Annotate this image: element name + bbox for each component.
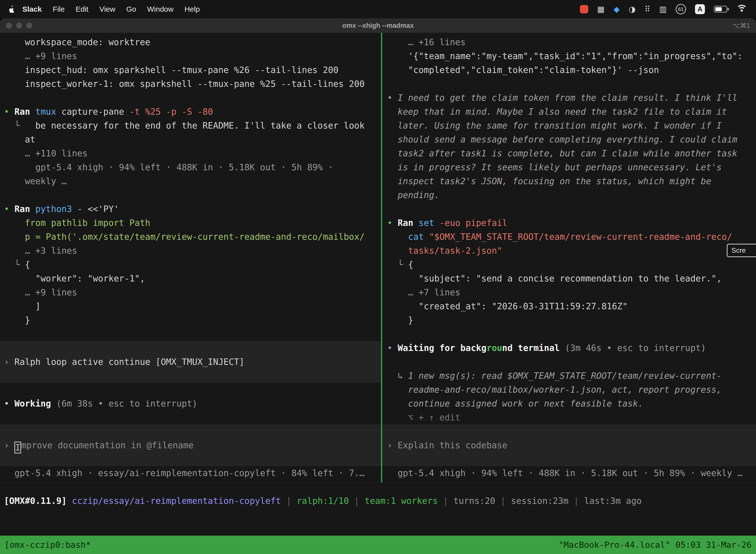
- terminal-line: [0, 91, 381, 105]
- tmux-inject-notice: › Ralph loop active continue [OMX_TMUX_I…: [0, 355, 381, 369]
- text-segment: •: [387, 93, 397, 103]
- text-segment: … +9 lines: [4, 287, 77, 297]
- wifi-icon[interactable]: [736, 5, 748, 14]
- screen-recording-icon[interactable]: [580, 5, 588, 13]
- text-segment: inspect task2's JSON, focusing on the st…: [387, 176, 711, 186]
- text-segment: … +7 lines: [387, 287, 460, 297]
- text-segment: └: [4, 260, 25, 270]
- text-segment: •: [4, 107, 14, 117]
- terminal-pane-right[interactable]: … +16 lines '{"team_name":"my-team","tas…: [382, 33, 756, 483]
- input-source-a-icon[interactable]: A: [695, 4, 705, 14]
- menu-file[interactable]: File: [47, 5, 70, 13]
- blue-app-icon[interactable]: ◆: [614, 5, 620, 13]
- terminal-line: [382, 327, 756, 341]
- text-segment: -euo pipefail: [440, 218, 507, 228]
- text-segment: cat: [408, 232, 429, 242]
- text-segment: at: [4, 134, 35, 145]
- text-segment: gpt-5.4 xhigh · 94% left · 488K in · 5.1…: [4, 162, 333, 172]
- text-segment: ›: [4, 440, 14, 450]
- terminal-line: ↳ 1 new msg(s): read $OMX_TEAM_STATE_ROO…: [382, 369, 756, 383]
- dots-grid-icon[interactable]: ⠿: [644, 5, 650, 13]
- text-segment: Working: [14, 399, 56, 408]
- text-segment: (6m 38s • esc to interrupt): [56, 399, 197, 408]
- close-button[interactable]: [6, 22, 12, 29]
- menu-go[interactable]: Go: [121, 5, 142, 13]
- terminal-line: └ {: [382, 258, 756, 272]
- text-segment: continue assigned work or next feasible …: [387, 399, 643, 408]
- omx-status-line: [OMX#0.11.9] cczip/essay/ai-reimplementa…: [4, 494, 756, 508]
- terminal-line: later. Using the same for transition mig…: [382, 119, 756, 132]
- terminal-line: … +9 lines: [0, 285, 381, 299]
- minimize-button[interactable]: [16, 22, 22, 29]
- text-segment: }: [4, 315, 30, 325]
- terminal-line: [0, 452, 381, 466]
- composer-input[interactable]: › Explain this codebase: [382, 438, 756, 452]
- text-segment: is in progress? It seems likely but perh…: [387, 162, 722, 172]
- panel-icon[interactable]: ▥: [659, 5, 667, 13]
- battery-icon[interactable]: [714, 6, 727, 13]
- text-segment: gpt-5.4 xhigh · essay/ai-reimplementatio…: [4, 468, 365, 478]
- menu-help[interactable]: Help: [179, 5, 205, 13]
- text-segment: {: [25, 260, 30, 270]
- text-segment: ]: [4, 301, 41, 311]
- window-grid-icon[interactable]: ▦: [597, 5, 605, 13]
- menu-edit[interactable]: Edit: [70, 5, 94, 13]
- text-segment: gpt-5.4 xhigh · 94% left · 488K in · 5.1…: [387, 468, 743, 478]
- terminal-line: keep that in mind. Maybe I also need the…: [382, 105, 756, 119]
- text-segment: ⌥ + ↑ edit: [387, 412, 460, 423]
- text-segment: task2 after task1 is complete, but can I…: [387, 149, 737, 158]
- terminal-line: … +3 lines: [0, 244, 381, 258]
- terminal-line: [0, 369, 381, 383]
- tmux-session-label: [omx-cczip0:bash*: [4, 540, 91, 550]
- text-segment: Ran: [14, 204, 35, 214]
- terminal-line: [382, 425, 756, 438]
- apple-logo-icon: [8, 5, 15, 13]
- text-segment: python3: [35, 204, 77, 214]
- text-segment: "$OMX_TEAM_STATE_ROOT/team/review-curren…: [429, 232, 732, 242]
- terminal-line: tasks/task-2.json": [382, 244, 756, 258]
- screenshot-preview-label: Scre: [732, 246, 746, 255]
- text-segment: pending.: [387, 190, 440, 200]
- ran-python-command: • Ran python3 - <<'PY': [0, 202, 381, 216]
- terminal-line: [382, 452, 756, 466]
- terminal-line: [0, 410, 381, 425]
- screenshot-preview-popup[interactable]: Scre: [727, 244, 756, 257]
- apple-menu[interactable]: [8, 5, 15, 13]
- text-segment: |: [568, 496, 584, 506]
- window-title-bar: omx --xhigh --madmax ⌥⌘1: [0, 18, 756, 33]
- window-shortcut-hint: ⌥⌘1: [733, 22, 750, 30]
- menu-app-name[interactable]: Slack: [22, 5, 47, 13]
- terminal-pane-left[interactable]: workspace_mode: worktree … +9 lines insp…: [0, 33, 381, 483]
- text-segment: [387, 232, 408, 242]
- menu-view[interactable]: View: [94, 5, 121, 13]
- terminal-line: [0, 188, 381, 202]
- text-segment: … +3 lines: [4, 246, 77, 256]
- text-segment: }: [387, 315, 413, 325]
- text-segment: keep that in mind. Maybe I also need the…: [387, 107, 727, 117]
- text-segment: nd terminal: [502, 343, 565, 353]
- menu-window[interactable]: Window: [142, 5, 179, 13]
- text-segment: 1 new msg(s): read $OMX_TEAM_STATE_ROOT/…: [408, 371, 721, 381]
- text-segment: ralph:1/10: [297, 496, 349, 506]
- terminal-line: should send a message before completing …: [382, 132, 756, 147]
- text-segment: I need to get the claim token from the c…: [397, 93, 737, 103]
- text-segment: last:3m ago: [584, 496, 642, 506]
- text-segment: {: [408, 260, 413, 270]
- tmux-status-bar: [omx-cczip0:bash* "MacBook-Pro-44.local"…: [0, 536, 756, 554]
- text-segment: cczip/essay/ai-reimplementation-copyleft: [72, 496, 281, 506]
- text-segment: inspect_worker-1: omx sparkshell --tmux-…: [4, 79, 365, 89]
- badge-61-icon[interactable]: 61: [676, 4, 686, 14]
- tmux-host-clock-label: "MacBook-Pro-44.local" 05:03 31-Mar-26: [559, 540, 752, 550]
- text-segment: later. Using the same for transition mig…: [387, 121, 722, 130]
- text-segment: … +16 lines: [387, 37, 465, 47]
- text-segment: inspect_hud: omx sparkshell --tmux-pane …: [4, 65, 338, 75]
- contrast-app-icon[interactable]: ◑: [629, 5, 635, 13]
- terminal-line: workspace_mode: worktree: [0, 35, 381, 49]
- text-segment: Ran: [397, 218, 419, 228]
- text-segment: session:23m: [511, 496, 568, 506]
- terminal-line: from pathlib import Path: [0, 216, 381, 230]
- terminal-line: … +110 lines: [0, 147, 381, 160]
- zoom-button[interactable]: [26, 22, 32, 29]
- composer-input[interactable]: › Improve documentation in @filename: [0, 438, 381, 452]
- text-segment: •: [4, 204, 14, 214]
